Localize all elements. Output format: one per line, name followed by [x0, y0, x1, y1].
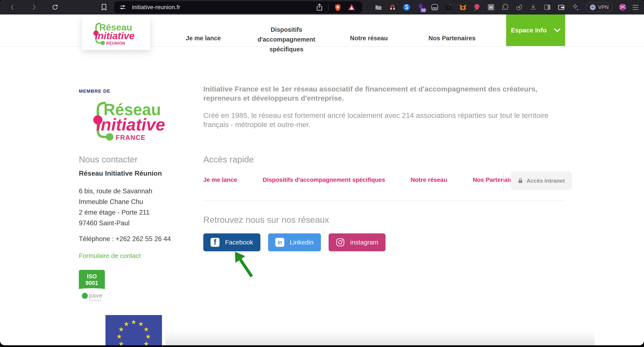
social-buttons: f Facebook in Linkedin instagram: [203, 234, 386, 251]
site-settings-icon[interactable]: [119, 4, 126, 11]
membre-de-label: MEMBRE DE: [79, 88, 110, 94]
forward-icon[interactable]: [30, 3, 38, 12]
social-heading: Retrouvez nous sur nos réseaux: [203, 215, 329, 225]
download-icon[interactable]: [529, 4, 537, 11]
browser-window: initiative-reunion.fr: [0, 0, 644, 345]
address-line: Immeuble Chane Chu: [79, 196, 152, 207]
quick-links: Je me lance Dispositifs d'accompagnement…: [203, 176, 518, 183]
sidebar-icon[interactable]: [544, 4, 551, 11]
cursor-arrow: [226, 246, 262, 284]
youtube-extension-icon[interactable]: [445, 4, 453, 11]
brave-shield-icon[interactable]: [334, 3, 342, 11]
quick-link-je-me-lance[interactable]: Je me lance: [203, 176, 237, 183]
extensions-cluster: 16 H: [375, 0, 638, 14]
puzzle-extensions-icon[interactable]: [501, 4, 509, 11]
shazam-extension-icon[interactable]: [403, 4, 410, 11]
url-text[interactable]: initiative-reunion.fr: [132, 4, 180, 11]
browser-toolbar: initiative-reunion.fr: [0, 0, 644, 14]
apave-label: pave: [89, 292, 102, 299]
bottom-shadow: [165, 331, 594, 345]
svg-text:Initiative: Initiative: [95, 30, 134, 41]
stack-extension-icon[interactable]: 16: [417, 4, 424, 11]
svg-text:Initiative: Initiative: [96, 115, 165, 134]
linkedin-button[interactable]: in Linkedin: [268, 234, 321, 251]
nav-notre-reseau[interactable]: Notre réseau: [350, 35, 388, 42]
contact-heading: Nous contacter: [79, 154, 138, 164]
wallet-icon[interactable]: [558, 4, 565, 11]
brave-rewards-leaf-icon[interactable]: [515, 4, 523, 11]
intranet-button[interactable]: Accès intranet: [510, 171, 572, 190]
url-bar[interactable]: initiative-reunion.fr: [114, 1, 362, 13]
nav-nos-partenaires[interactable]: Nos Partenaires: [428, 35, 476, 42]
contact-name: Réseau Initiative Réunion: [79, 170, 162, 177]
divider: [503, 172, 504, 190]
nav-dispositifs[interactable]: Dispositifs d'accompagnement spécifiques: [256, 25, 316, 54]
instagram-icon: [336, 238, 345, 247]
menu-icon[interactable]: [632, 5, 638, 10]
svg-text:H: H: [489, 5, 493, 10]
bookmark-icon[interactable]: [100, 3, 108, 12]
eu-star-icon: ★: [143, 326, 149, 333]
goggles-extension-icon[interactable]: [431, 4, 438, 11]
eu-star-icon: ★: [138, 320, 144, 328]
bat-rewards-icon[interactable]: [347, 3, 356, 11]
reload-icon[interactable]: [51, 3, 59, 12]
section-divider: [203, 200, 565, 201]
espace-info-button[interactable]: Espace Info: [506, 14, 565, 46]
vpn-label: VPN: [598, 4, 608, 10]
address-line: 6 bis, route de Savannah: [79, 186, 152, 196]
site-logo[interactable]: Réseau Initiative RÉUNION: [82, 15, 150, 50]
leo-ai-icon[interactable]: [572, 4, 579, 11]
eu-star-icon: ★: [124, 320, 129, 328]
h-extension-icon[interactable]: H: [487, 4, 495, 11]
contact-phone: Téléphone : +262 262 55 26 44: [79, 235, 171, 243]
eu-star-icon: ★: [118, 340, 124, 346]
svg-text:FRANCE: FRANCE: [116, 134, 146, 141]
vpn-button[interactable]: − VPN: [586, 2, 613, 12]
svg-text:RÉUNION: RÉUNION: [106, 41, 125, 46]
espace-info-label: Espace Info: [511, 27, 546, 34]
eu-star-icon: ★: [118, 326, 124, 333]
intranet-label: Accès intranet: [526, 178, 565, 184]
extension-badge: 16: [420, 8, 426, 12]
iso-line1: ISO: [79, 273, 105, 280]
divider: [328, 4, 328, 10]
eu-star-icon: ★: [124, 345, 129, 345]
profile-avatar[interactable]: [619, 4, 626, 11]
initiative-france-logo: Réseau Initiative FRANCE: [90, 96, 177, 142]
apave-sub-label: Certification: [89, 299, 105, 302]
facebook-icon: f: [210, 238, 220, 247]
metamask-extension-icon[interactable]: [459, 4, 467, 11]
quick-link-dispositifs[interactable]: Dispositifs d'accompagnement spécifiques: [263, 176, 385, 183]
back-icon[interactable]: [8, 3, 16, 12]
intro-text-block: Initiative France est le 1er réseau asso…: [203, 84, 564, 129]
intro-paragraph: Créé en 1985, le réseau est fortement an…: [203, 111, 564, 129]
address-line: 2 éme étage - Porte 211: [79, 207, 152, 218]
eu-star-icon: ★: [116, 333, 122, 340]
linkedin-icon: in: [275, 238, 284, 247]
vpn-status-icon: −: [590, 4, 596, 10]
eu-star-icon: ★: [145, 333, 151, 340]
quick-link-notre-reseau[interactable]: Notre réseau: [411, 176, 447, 183]
contact-address: 6 bis, route de Savannah Immeuble Chane …: [79, 186, 152, 228]
intro-bold: Initiative France est le 1er réseau asso…: [203, 84, 564, 103]
nav-je-me-lance[interactable]: Je me lance: [186, 35, 221, 42]
facebook-button[interactable]: f Facebook: [203, 234, 260, 251]
iso-line2: 9001: [79, 280, 105, 286]
lock-icon: [518, 178, 523, 184]
facebook-label: Facebook: [225, 239, 253, 246]
chevron-down-icon: [554, 28, 560, 32]
share-icon[interactable]: [316, 3, 323, 11]
contact-form-link[interactable]: Formulaire de contact: [79, 252, 141, 260]
instagram-label: instagram: [350, 239, 378, 246]
magnet-extension-icon[interactable]: [389, 4, 396, 11]
folder-extension-icon[interactable]: [375, 4, 382, 11]
address-line: 97460 Saint-Paul: [79, 218, 152, 228]
apave-dot-icon: [82, 293, 88, 299]
instagram-button[interactable]: instagram: [328, 234, 386, 251]
strawberry-extension-icon[interactable]: [473, 4, 481, 11]
quick-access-heading: Accès rapide: [203, 154, 254, 164]
site-header: Réseau Initiative RÉUNION Je me lance Di…: [0, 14, 644, 47]
linkedin-label: Linkedin: [290, 239, 314, 246]
eu-star-icon: ★: [138, 345, 144, 345]
